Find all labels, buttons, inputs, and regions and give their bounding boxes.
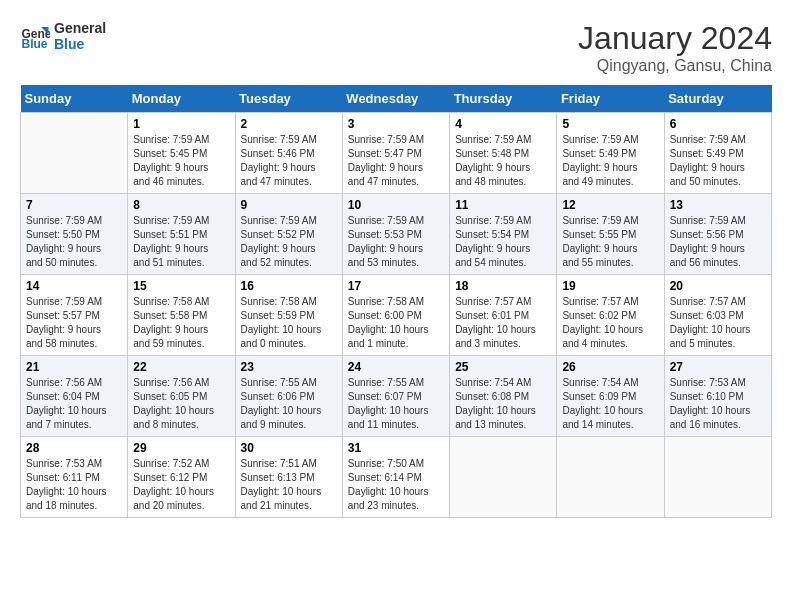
title-block: January 2024 Qingyang, Gansu, China [578, 20, 772, 75]
calendar-cell: 11Sunrise: 7:59 AM Sunset: 5:54 PM Dayli… [450, 194, 557, 275]
day-number: 5 [562, 117, 658, 131]
day-info: Sunrise: 7:59 AM Sunset: 5:53 PM Dayligh… [348, 214, 444, 270]
day-number: 30 [241, 441, 337, 455]
calendar-cell: 22Sunrise: 7:56 AM Sunset: 6:05 PM Dayli… [128, 356, 235, 437]
day-info: Sunrise: 7:55 AM Sunset: 6:07 PM Dayligh… [348, 376, 444, 432]
calendar-cell: 31Sunrise: 7:50 AM Sunset: 6:14 PM Dayli… [342, 437, 449, 518]
calendar-cell: 13Sunrise: 7:59 AM Sunset: 5:56 PM Dayli… [664, 194, 771, 275]
day-info: Sunrise: 7:59 AM Sunset: 5:52 PM Dayligh… [241, 214, 337, 270]
logo-icon: General Blue [20, 21, 50, 51]
calendar-cell: 18Sunrise: 7:57 AM Sunset: 6:01 PM Dayli… [450, 275, 557, 356]
week-row-0: 1Sunrise: 7:59 AM Sunset: 5:45 PM Daylig… [21, 113, 772, 194]
day-info: Sunrise: 7:59 AM Sunset: 5:48 PM Dayligh… [455, 133, 551, 189]
svg-text:Blue: Blue [22, 37, 48, 51]
day-number: 13 [670, 198, 766, 212]
calendar-cell: 12Sunrise: 7:59 AM Sunset: 5:55 PM Dayli… [557, 194, 664, 275]
day-info: Sunrise: 7:58 AM Sunset: 5:58 PM Dayligh… [133, 295, 229, 351]
calendar-cell: 24Sunrise: 7:55 AM Sunset: 6:07 PM Dayli… [342, 356, 449, 437]
calendar-cell: 26Sunrise: 7:54 AM Sunset: 6:09 PM Dayli… [557, 356, 664, 437]
day-info: Sunrise: 7:56 AM Sunset: 6:04 PM Dayligh… [26, 376, 122, 432]
day-info: Sunrise: 7:57 AM Sunset: 6:01 PM Dayligh… [455, 295, 551, 351]
day-info: Sunrise: 7:57 AM Sunset: 6:03 PM Dayligh… [670, 295, 766, 351]
calendar-cell: 17Sunrise: 7:58 AM Sunset: 6:00 PM Dayli… [342, 275, 449, 356]
logo-blue: Blue [54, 36, 106, 52]
day-info: Sunrise: 7:53 AM Sunset: 6:11 PM Dayligh… [26, 457, 122, 513]
calendar-cell: 1Sunrise: 7:59 AM Sunset: 5:45 PM Daylig… [128, 113, 235, 194]
day-number: 4 [455, 117, 551, 131]
day-info: Sunrise: 7:55 AM Sunset: 6:06 PM Dayligh… [241, 376, 337, 432]
calendar-cell: 9Sunrise: 7:59 AM Sunset: 5:52 PM Daylig… [235, 194, 342, 275]
calendar-cell: 20Sunrise: 7:57 AM Sunset: 6:03 PM Dayli… [664, 275, 771, 356]
day-number: 25 [455, 360, 551, 374]
day-number: 29 [133, 441, 229, 455]
day-info: Sunrise: 7:56 AM Sunset: 6:05 PM Dayligh… [133, 376, 229, 432]
calendar-cell: 30Sunrise: 7:51 AM Sunset: 6:13 PM Dayli… [235, 437, 342, 518]
calendar-cell [450, 437, 557, 518]
day-number: 7 [26, 198, 122, 212]
day-info: Sunrise: 7:51 AM Sunset: 6:13 PM Dayligh… [241, 457, 337, 513]
day-info: Sunrise: 7:59 AM Sunset: 5:45 PM Dayligh… [133, 133, 229, 189]
calendar-cell [21, 113, 128, 194]
day-number: 9 [241, 198, 337, 212]
day-number: 22 [133, 360, 229, 374]
day-info: Sunrise: 7:52 AM Sunset: 6:12 PM Dayligh… [133, 457, 229, 513]
header-day-tuesday: Tuesday [235, 85, 342, 113]
day-number: 6 [670, 117, 766, 131]
calendar-cell: 8Sunrise: 7:59 AM Sunset: 5:51 PM Daylig… [128, 194, 235, 275]
header-day-monday: Monday [128, 85, 235, 113]
calendar-cell: 23Sunrise: 7:55 AM Sunset: 6:06 PM Dayli… [235, 356, 342, 437]
day-info: Sunrise: 7:57 AM Sunset: 6:02 PM Dayligh… [562, 295, 658, 351]
calendar-cell: 15Sunrise: 7:58 AM Sunset: 5:58 PM Dayli… [128, 275, 235, 356]
calendar-cell: 28Sunrise: 7:53 AM Sunset: 6:11 PM Dayli… [21, 437, 128, 518]
day-number: 21 [26, 360, 122, 374]
day-info: Sunrise: 7:54 AM Sunset: 6:09 PM Dayligh… [562, 376, 658, 432]
calendar-cell: 7Sunrise: 7:59 AM Sunset: 5:50 PM Daylig… [21, 194, 128, 275]
day-info: Sunrise: 7:59 AM Sunset: 5:54 PM Dayligh… [455, 214, 551, 270]
day-info: Sunrise: 7:53 AM Sunset: 6:10 PM Dayligh… [670, 376, 766, 432]
day-info: Sunrise: 7:59 AM Sunset: 5:49 PM Dayligh… [670, 133, 766, 189]
day-info: Sunrise: 7:59 AM Sunset: 5:56 PM Dayligh… [670, 214, 766, 270]
calendar-cell [557, 437, 664, 518]
calendar-cell: 5Sunrise: 7:59 AM Sunset: 5:49 PM Daylig… [557, 113, 664, 194]
day-number: 10 [348, 198, 444, 212]
header-day-thursday: Thursday [450, 85, 557, 113]
day-number: 12 [562, 198, 658, 212]
calendar-cell: 27Sunrise: 7:53 AM Sunset: 6:10 PM Dayli… [664, 356, 771, 437]
header-day-friday: Friday [557, 85, 664, 113]
calendar-cell: 21Sunrise: 7:56 AM Sunset: 6:04 PM Dayli… [21, 356, 128, 437]
header-day-wednesday: Wednesday [342, 85, 449, 113]
day-info: Sunrise: 7:59 AM Sunset: 5:49 PM Dayligh… [562, 133, 658, 189]
calendar-cell: 14Sunrise: 7:59 AM Sunset: 5:57 PM Dayli… [21, 275, 128, 356]
day-number: 28 [26, 441, 122, 455]
calendar-subtitle: Qingyang, Gansu, China [578, 57, 772, 75]
week-row-1: 7Sunrise: 7:59 AM Sunset: 5:50 PM Daylig… [21, 194, 772, 275]
week-row-2: 14Sunrise: 7:59 AM Sunset: 5:57 PM Dayli… [21, 275, 772, 356]
day-info: Sunrise: 7:59 AM Sunset: 5:51 PM Dayligh… [133, 214, 229, 270]
week-row-4: 28Sunrise: 7:53 AM Sunset: 6:11 PM Dayli… [21, 437, 772, 518]
header-day-saturday: Saturday [664, 85, 771, 113]
calendar-cell: 25Sunrise: 7:54 AM Sunset: 6:08 PM Dayli… [450, 356, 557, 437]
calendar-cell [664, 437, 771, 518]
calendar-cell: 10Sunrise: 7:59 AM Sunset: 5:53 PM Dayli… [342, 194, 449, 275]
day-info: Sunrise: 7:54 AM Sunset: 6:08 PM Dayligh… [455, 376, 551, 432]
day-number: 11 [455, 198, 551, 212]
calendar-cell: 3Sunrise: 7:59 AM Sunset: 5:47 PM Daylig… [342, 113, 449, 194]
day-number: 17 [348, 279, 444, 293]
day-info: Sunrise: 7:59 AM Sunset: 5:57 PM Dayligh… [26, 295, 122, 351]
day-info: Sunrise: 7:50 AM Sunset: 6:14 PM Dayligh… [348, 457, 444, 513]
calendar-cell: 16Sunrise: 7:58 AM Sunset: 5:59 PM Dayli… [235, 275, 342, 356]
calendar-title: January 2024 [578, 20, 772, 57]
day-info: Sunrise: 7:59 AM Sunset: 5:55 PM Dayligh… [562, 214, 658, 270]
day-number: 2 [241, 117, 337, 131]
day-number: 23 [241, 360, 337, 374]
calendar-cell: 19Sunrise: 7:57 AM Sunset: 6:02 PM Dayli… [557, 275, 664, 356]
logo-general: General [54, 20, 106, 36]
day-number: 19 [562, 279, 658, 293]
calendar-table: SundayMondayTuesdayWednesdayThursdayFrid… [20, 85, 772, 518]
day-number: 15 [133, 279, 229, 293]
header-day-sunday: Sunday [21, 85, 128, 113]
calendar-cell: 4Sunrise: 7:59 AM Sunset: 5:48 PM Daylig… [450, 113, 557, 194]
header: General Blue General Blue January 2024 Q… [20, 20, 772, 75]
day-number: 26 [562, 360, 658, 374]
day-number: 1 [133, 117, 229, 131]
